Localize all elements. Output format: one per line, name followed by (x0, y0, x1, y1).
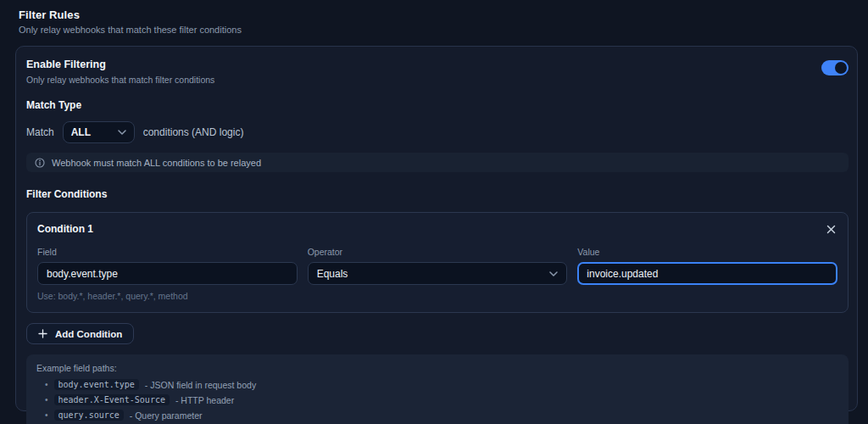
example-code: query.source (54, 410, 124, 421)
example-code: header.X-Event-Source (54, 394, 170, 405)
add-condition-button[interactable]: Add Condition (26, 323, 134, 344)
operator-select[interactable]: Equals (308, 262, 568, 285)
chevron-down-icon (118, 130, 126, 135)
filter-conditions-heading: Filter Conditions (26, 188, 849, 200)
example-code: body.event.type (54, 379, 139, 390)
operator-selected-value: Equals (317, 268, 348, 280)
operator-column: Operator Equals (308, 247, 568, 301)
example-paths-box: Example field paths: body.event.type - J… (26, 354, 849, 424)
enable-filtering-row: Enable Filtering Only relay webhooks tha… (26, 59, 849, 85)
info-icon (35, 158, 45, 168)
field-helper-text: Use: body.*, header.*, query.*, method (37, 291, 298, 301)
field-label: Field (37, 247, 298, 257)
condition-fields: Field Use: body.*, header.*, query.*, me… (37, 247, 837, 301)
operator-label: Operator (308, 247, 568, 257)
toggle-knob (835, 62, 847, 74)
example-description: - Query parameter (130, 410, 203, 421)
enable-filtering-toggle[interactable] (821, 60, 849, 75)
bullet-icon (45, 396, 48, 404)
page-subtitle: Only relay webhooks that match these fil… (19, 25, 868, 35)
list-item: body.event.type - JSON field in request … (36, 379, 838, 390)
match-prefix-label: Match (26, 126, 54, 138)
match-type-select[interactable]: ALL (63, 121, 135, 143)
example-description: - HTTP header (175, 395, 234, 405)
match-info-text: Webhook must match ALL conditions to be … (52, 158, 261, 168)
condition-title: Condition 1 (37, 223, 93, 235)
example-description: - JSON field in request body (145, 380, 256, 390)
close-icon (826, 225, 836, 234)
list-item: header.X-Event-Source - HTTP header (36, 394, 838, 405)
bullet-icon (45, 411, 48, 420)
match-info-banner: Webhook must match ALL conditions to be … (26, 153, 849, 172)
enable-filtering-text: Enable Filtering Only relay webhooks tha… (26, 59, 214, 85)
page-header: Filter Rules Only relay webhooks that ma… (0, 0, 868, 35)
value-input[interactable] (577, 262, 837, 285)
remove-condition-button[interactable] (825, 223, 837, 236)
page-title: Filter Rules (19, 8, 868, 21)
value-label: Value (577, 247, 837, 257)
enable-filtering-subtitle: Only relay webhooks that match filter co… (26, 75, 214, 85)
field-input[interactable] (37, 262, 298, 285)
add-condition-label: Add Condition (55, 329, 122, 339)
match-type-row: Match ALL conditions (AND logic) (26, 121, 849, 143)
match-type-selected-value: ALL (71, 126, 91, 138)
bullet-icon (45, 381, 48, 389)
match-suffix-label: conditions (AND logic) (143, 126, 244, 138)
match-type-heading: Match Type (26, 99, 849, 111)
list-item: query.source - Query parameter (36, 410, 838, 421)
enable-filtering-title: Enable Filtering (26, 59, 214, 70)
plus-icon (38, 329, 47, 338)
value-column: Value (577, 247, 837, 301)
filter-rules-panel: Enable Filtering Only relay webhooks tha… (15, 46, 858, 411)
field-column: Field Use: body.*, header.*, query.*, me… (37, 247, 298, 301)
chevron-down-icon (549, 271, 558, 276)
example-paths-heading: Example field paths: (36, 363, 838, 373)
condition-card-header: Condition 1 (37, 223, 837, 236)
condition-card: Condition 1 Field Use: body.*, header.*,… (26, 212, 849, 313)
